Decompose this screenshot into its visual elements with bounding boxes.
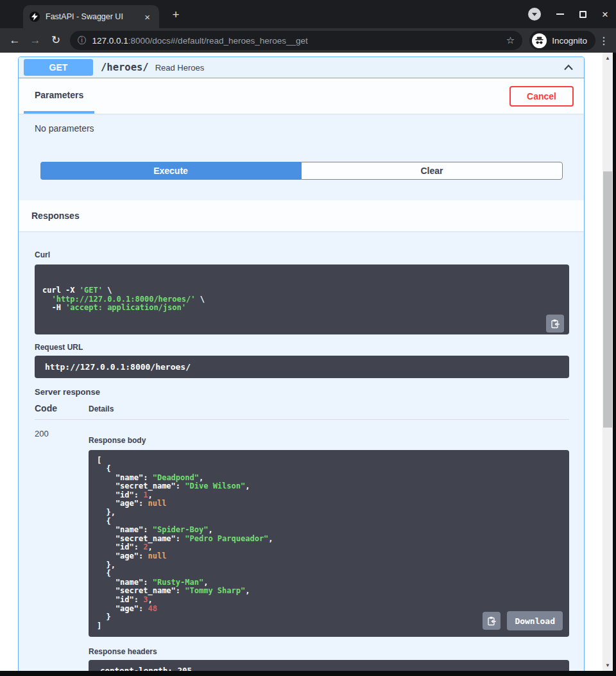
response-headers-label: Response headers bbox=[89, 647, 569, 656]
scroll-up-icon[interactable]: ▲ bbox=[603, 55, 613, 61]
details-column-header: Details bbox=[89, 404, 569, 413]
browser-menu-icon[interactable]: ⋮ bbox=[597, 35, 611, 47]
fastapi-favicon-icon bbox=[30, 12, 40, 22]
endpoint-path: /heroes/ bbox=[101, 62, 149, 73]
response-table-header: Code Details bbox=[35, 403, 569, 420]
scrollbar-thumb[interactable] bbox=[603, 171, 612, 428]
scroll-down-icon[interactable]: ▼ bbox=[603, 663, 613, 668]
browser-window: FastAPI - Swagger UI × + × ← → ↻ ⓘ 127.0… bbox=[0, 0, 616, 676]
collapse-chevron-icon[interactable] bbox=[563, 64, 574, 71]
responses-title: Responses bbox=[31, 211, 80, 221]
parameters-header: Parameters Cancel bbox=[19, 78, 584, 114]
browser-toolbar: ← → ↻ ⓘ 127.0.0.1:8000/docs#/default/rea… bbox=[0, 28, 616, 53]
opblock-header[interactable]: GET /heroes/ Read Heroes bbox=[19, 57, 584, 78]
copy-response-button[interactable] bbox=[483, 612, 501, 630]
site-info-icon[interactable]: ⓘ bbox=[78, 35, 87, 46]
new-tab-button[interactable]: + bbox=[168, 7, 184, 22]
cancel-button[interactable]: Cancel bbox=[509, 86, 574, 107]
clear-button[interactable]: Clear bbox=[301, 162, 563, 180]
caret-down-icon bbox=[532, 13, 537, 16]
tab-title: FastAPI - Swagger UI bbox=[46, 12, 136, 21]
reload-icon[interactable]: ↻ bbox=[46, 31, 65, 50]
forward-icon[interactable]: → bbox=[26, 31, 45, 50]
url-host: 127.0.0.1 bbox=[92, 36, 128, 46]
maximize-button[interactable] bbox=[579, 11, 586, 18]
url-bar[interactable]: ⓘ 127.0.0.1:8000/docs#/default/read_hero… bbox=[70, 31, 522, 50]
code-column-header: Code bbox=[35, 403, 89, 413]
server-response-label: Server response bbox=[35, 387, 569, 397]
no-parameters-text: No parameters bbox=[35, 123, 568, 134]
response-headers-code: content-length: 205 content-type: applic… bbox=[89, 660, 569, 671]
method-badge: GET bbox=[24, 59, 93, 76]
back-icon[interactable]: ← bbox=[5, 31, 24, 50]
browser-titlebar: FastAPI - Swagger UI × + × bbox=[0, 0, 616, 28]
tab-close-icon[interactable]: × bbox=[142, 11, 153, 23]
swagger-content: GET /heroes/ Read Heroes Parameters Canc… bbox=[0, 53, 603, 671]
browser-tab[interactable]: FastAPI - Swagger UI × bbox=[23, 5, 159, 28]
incognito-icon bbox=[532, 33, 547, 48]
response-body-controls: Download bbox=[483, 611, 563, 630]
response-details-cell: Response body [ { "name": "Deadpond", "s… bbox=[89, 429, 569, 672]
tab-parameters[interactable]: Parameters bbox=[24, 78, 94, 114]
download-button[interactable]: Download bbox=[507, 611, 563, 630]
incognito-label: Incognito bbox=[552, 36, 587, 46]
minimize-button[interactable] bbox=[556, 13, 564, 15]
responses-body: Curl curl -X 'GET' \ 'http://127.0.0.1:8… bbox=[19, 231, 584, 671]
request-url-label: Request URL bbox=[35, 343, 569, 352]
incognito-badge: Incognito bbox=[529, 31, 595, 50]
response-body-code: [ { "name": "Deadpond", "secret_name": "… bbox=[89, 450, 569, 637]
response-body-label: Response body bbox=[89, 436, 569, 445]
bookmark-star-icon[interactable]: ☆ bbox=[506, 35, 515, 46]
page-scrollbar[interactable]: ▲ ▼ bbox=[603, 53, 613, 671]
execute-row: Execute Clear bbox=[40, 162, 563, 180]
responses-header: Responses bbox=[19, 200, 584, 231]
curl-code: curl -X 'GET' \ 'http://127.0.0.1:8000/h… bbox=[35, 264, 569, 334]
chrome-extra-button[interactable] bbox=[528, 8, 541, 21]
parameters-body: No parameters Execute Clear bbox=[19, 114, 584, 200]
url-text[interactable]: 127.0.0.1:8000/docs#/default/read_heroes… bbox=[92, 36, 501, 46]
request-url-value: http://127.0.0.1:8000/heroes/ bbox=[35, 356, 569, 378]
execute-button[interactable]: Execute bbox=[40, 162, 301, 180]
curl-label: Curl bbox=[35, 250, 569, 259]
window-close-button[interactable]: × bbox=[602, 9, 608, 20]
url-path: :8000/docs#/default/read_heroes_heroes__… bbox=[128, 36, 308, 46]
status-code: 200 bbox=[35, 429, 89, 672]
opblock-get-heroes: GET /heroes/ Read Heroes Parameters Canc… bbox=[18, 56, 585, 671]
copy-curl-button[interactable] bbox=[546, 315, 564, 333]
response-row-200: 200 Response body [ { "name": "Deadpond"… bbox=[35, 420, 569, 672]
endpoint-summary: Read Heroes bbox=[155, 63, 205, 73]
page-viewport: GET /heroes/ Read Heroes Parameters Canc… bbox=[0, 53, 613, 671]
